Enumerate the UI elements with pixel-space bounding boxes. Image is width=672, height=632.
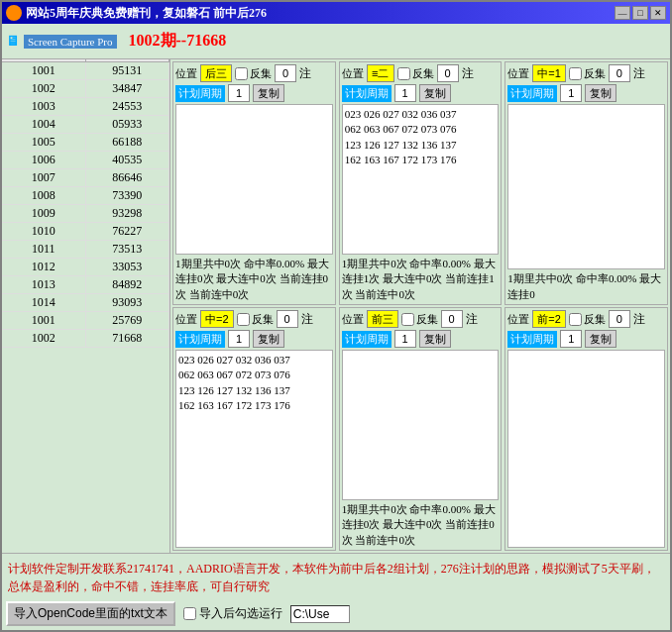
plan-box-plan-4: 位置 中=2 反集 注 计划周期 复制 023 026 027 032 036 … <box>172 307 336 551</box>
plan-box-plan-5: 位置 前三 反集 注 计划周期 复制 1期里共中0次 命中率0.00% 最大连挂… <box>339 307 503 551</box>
table-row: 100324553 <box>2 98 169 116</box>
row-id: 1006 <box>2 152 86 168</box>
jihua-label: 计划周期 <box>507 331 557 348</box>
left-data: 1001951311002348471003245531004059331005… <box>2 62 169 553</box>
table-row: 100566188 <box>2 134 169 152</box>
pos-btn-plan-2[interactable]: ≡二 <box>367 64 394 82</box>
plan-row2-plan-3: 计划周期 复制 <box>507 84 665 102</box>
table-row: 101173513 <box>2 241 169 259</box>
capture-label: Screen Capture Pro <box>24 35 117 49</box>
table-row: 100405933 <box>2 116 169 134</box>
note-input-plan-6[interactable] <box>609 310 630 328</box>
copy-btn-plan-5[interactable]: 复制 <box>419 330 451 348</box>
note-input-plan-4[interactable] <box>277 310 298 328</box>
row-id: 1001 <box>2 62 86 79</box>
row-val: 24553 <box>86 98 170 115</box>
table-row: 100873390 <box>2 187 169 205</box>
plan-content-plan-3 <box>507 104 665 269</box>
note-input-plan-5[interactable] <box>441 310 463 328</box>
pos-btn-plan-4[interactable]: 中=2 <box>200 310 234 328</box>
note-label: 注 <box>466 311 478 328</box>
run-after-import-checkbox[interactable] <box>183 607 196 620</box>
pos-btn-plan-3[interactable]: 中=1 <box>532 64 566 82</box>
minimize-button[interactable]: — <box>615 6 630 20</box>
title-bar: 网站5周年庆典免费赠刊，复如磐石 前中后276 — □ ✕ <box>2 2 670 24</box>
period-input-plan-5[interactable] <box>394 330 416 348</box>
jihua-label: 计划周期 <box>175 331 225 348</box>
plan-row2-plan-5: 计划周期 复制 <box>342 330 500 348</box>
plan-box-plan-2: 位置 ≡二 反集 注 计划周期 复制 023 026 027 032 036 0… <box>339 61 503 305</box>
plan-content-plan-1 <box>175 104 333 255</box>
table-row: 100786646 <box>2 169 169 187</box>
note-label: 注 <box>299 65 311 82</box>
table-row: 100195131 <box>2 62 169 80</box>
plan-top-plan-3: 位置 中=1 反集 注 <box>507 64 665 82</box>
period-input-plan-6[interactable] <box>560 330 582 348</box>
maximize-button[interactable]: □ <box>632 6 648 20</box>
copy-btn-plan-6[interactable]: 复制 <box>585 330 616 348</box>
close-button[interactable]: ✕ <box>650 6 666 20</box>
row-id: 1014 <box>2 294 86 311</box>
plan-row2-plan-6: 计划周期 复制 <box>507 330 665 348</box>
note-input-plan-1[interactable] <box>275 64 296 82</box>
period-input-plan-1[interactable] <box>228 84 250 102</box>
row-id: 1003 <box>2 98 86 115</box>
row-val: 86646 <box>86 169 170 186</box>
row-id: 1011 <box>2 241 86 258</box>
fanji-checkbox-plan-5[interactable] <box>401 313 414 326</box>
fanji-checkbox-plan-2[interactable] <box>397 67 410 80</box>
row-id: 1002 <box>2 330 86 347</box>
plan-stats-plan-3: 1期里共中0次 命中率0.00% 最大连挂0 <box>507 271 665 302</box>
plan-content-plan-4: 023 026 027 032 036 037 062 063 067 072 … <box>175 350 333 548</box>
fanji-checkbox-plan-4[interactable] <box>237 313 250 326</box>
row-id: 1009 <box>2 205 86 222</box>
fanji-text: 反集 <box>252 312 274 327</box>
fanji-text: 反集 <box>584 312 606 327</box>
row-val: 25769 <box>86 312 170 329</box>
note-input-plan-2[interactable] <box>437 64 459 82</box>
import-button[interactable]: 导入OpenCode里面的txt文本 <box>6 601 175 626</box>
plan-top-plan-4: 位置 中=2 反集 注 <box>175 310 333 328</box>
row-val: 84892 <box>86 276 170 293</box>
pos-btn-plan-1[interactable]: 后三 <box>200 64 232 82</box>
fanji-checkbox-plan-3[interactable] <box>569 67 582 80</box>
period-input-plan-3[interactable] <box>560 84 582 102</box>
pos-btn-plan-6[interactable]: 前=2 <box>532 310 566 328</box>
grid-row-1: 位置 后三 反集 注 计划周期 复制 1期里共中0次 命中率0.00% 最大连挂… <box>172 61 668 305</box>
note-input-plan-3[interactable] <box>609 64 630 82</box>
main-window: 网站5周年庆典免费赠刊，复如磐石 前中后276 — □ ✕ 🖥 Screen C… <box>0 0 672 632</box>
plan-row2-plan-2: 计划周期 复制 <box>342 84 500 102</box>
row-val: 40535 <box>86 152 170 168</box>
table-row: 100993298 <box>2 205 169 223</box>
table-row: 100125769 <box>2 312 169 330</box>
jihua-label: 计划周期 <box>342 331 392 348</box>
fanji-checkbox-plan-6[interactable] <box>569 313 582 326</box>
fanji-label-plan-5: 反集 <box>401 312 438 327</box>
table-row: 100271668 <box>2 330 169 348</box>
right-panel: 位置 后三 反集 注 计划周期 复制 1期里共中0次 命中率0.00% 最大连挂… <box>170 59 670 553</box>
plan-box-plan-6: 位置 前=2 反集 注 计划周期 复制 <box>504 307 668 551</box>
row-id: 1004 <box>2 116 86 133</box>
copy-btn-plan-3[interactable]: 复制 <box>585 84 616 102</box>
copy-btn-plan-2[interactable]: 复制 <box>419 84 451 102</box>
run-after-import-text: 导入后勾选运行 <box>199 605 282 622</box>
plan-row2-plan-1: 计划周期 复制 <box>175 84 333 102</box>
pos-btn-plan-5[interactable]: 前三 <box>367 310 398 328</box>
period-input-plan-2[interactable] <box>394 84 416 102</box>
left-panel: 1001951311002348471003245531004059331005… <box>2 59 170 553</box>
jihua-label: 计划周期 <box>342 85 392 102</box>
table-row: 101076227 <box>2 223 169 241</box>
period-input-plan-4[interactable] <box>228 330 250 348</box>
row-id: 1012 <box>2 259 86 275</box>
fanji-text: 反集 <box>412 66 434 81</box>
jihua-label: 计划周期 <box>175 85 225 102</box>
path-input[interactable] <box>290 605 350 623</box>
plan-box-plan-1: 位置 后三 反集 注 计划周期 复制 1期里共中0次 命中率0.00% 最大连挂… <box>172 61 336 305</box>
grid-row-2: 位置 中=2 反集 注 计划周期 复制 023 026 027 032 036 … <box>172 307 668 551</box>
row-id: 1001 <box>2 312 86 329</box>
fanji-checkbox-plan-1[interactable] <box>235 67 248 80</box>
row-id: 1002 <box>2 80 86 97</box>
note-label: 注 <box>633 311 645 328</box>
copy-btn-plan-1[interactable]: 复制 <box>253 84 284 102</box>
copy-btn-plan-4[interactable]: 复制 <box>253 330 284 348</box>
